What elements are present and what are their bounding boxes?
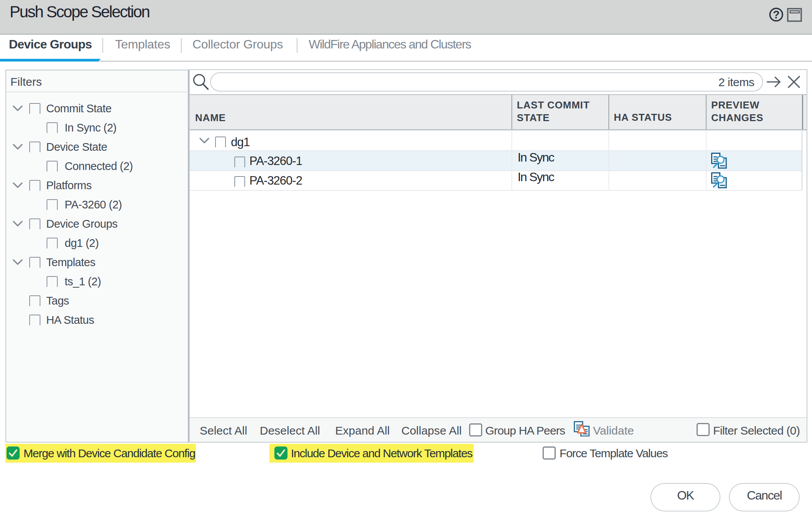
svg-text:?: ? — [773, 8, 780, 21]
